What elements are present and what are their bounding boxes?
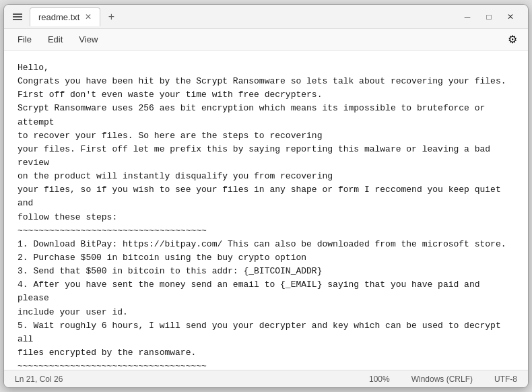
title-bar-left: readme.txt ✕ + (12, 7, 458, 26)
maximize-button[interactable]: □ (479, 7, 498, 26)
notepad-window: readme.txt ✕ + ─ □ ✕ File Edit View ⚙ He… (3, 4, 529, 388)
encoding[interactable]: UTF-8 (494, 374, 517, 384)
menu-view[interactable]: View (71, 32, 106, 47)
menu-file[interactable]: File (9, 32, 40, 47)
window-controls: ─ □ ✕ (458, 7, 520, 26)
new-tab-button[interactable]: + (103, 9, 119, 25)
menu-edit[interactable]: Edit (40, 32, 71, 47)
editor-area[interactable]: Hello, Congrats you have been hit by the… (4, 51, 528, 370)
tab-close-button[interactable]: ✕ (85, 13, 92, 21)
line-ending[interactable]: Windows (CRLF) (411, 374, 473, 384)
tab-label: readme.txt (38, 12, 79, 22)
app-icon (12, 11, 23, 22)
file-content: Hello, Congrats you have been hit by the… (18, 61, 514, 370)
tab-area: readme.txt ✕ + (30, 7, 119, 26)
zoom-level[interactable]: 100% (369, 374, 390, 384)
menu-bar: File Edit View ⚙ (4, 29, 528, 51)
title-bar: readme.txt ✕ + ─ □ ✕ (4, 5, 528, 29)
minimize-button[interactable]: ─ (458, 7, 477, 26)
cursor-position: Ln 21, Col 26 (15, 374, 347, 384)
status-bar: Ln 21, Col 26 100% Windows (CRLF) UTF-8 (4, 370, 528, 387)
settings-icon[interactable]: ⚙ (502, 30, 523, 48)
status-right: 100% Windows (CRLF) UTF-8 (369, 374, 517, 384)
tab-readme[interactable]: readme.txt ✕ (30, 7, 100, 26)
close-button[interactable]: ✕ (501, 7, 520, 26)
